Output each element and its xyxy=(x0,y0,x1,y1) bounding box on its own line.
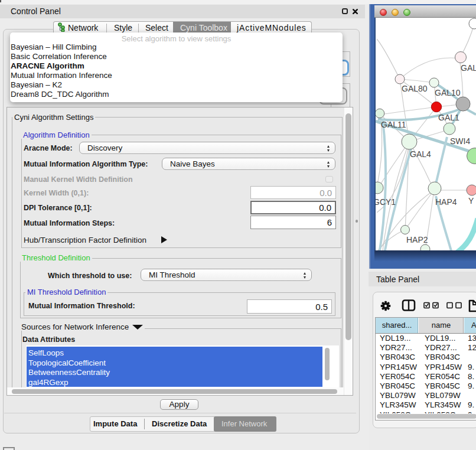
svg-text:SWI4: SWI4 xyxy=(450,136,470,146)
svg-text:Y: Y xyxy=(468,196,474,206)
svg-text:GAL80: GAL80 xyxy=(402,84,428,93)
svg-text:GAL1: GAL1 xyxy=(438,113,459,122)
svg-text:GCY1: GCY1 xyxy=(376,197,396,207)
svg-text:HAP2: HAP2 xyxy=(406,235,428,244)
svg-text:HAP4: HAP4 xyxy=(435,197,457,207)
svg-text:GAL3: GAL3 xyxy=(461,63,476,73)
svg-text:GAL4: GAL4 xyxy=(410,149,431,159)
svg-text:GAL10: GAL10 xyxy=(435,88,461,97)
svg-text:GAL11: GAL11 xyxy=(381,120,406,129)
